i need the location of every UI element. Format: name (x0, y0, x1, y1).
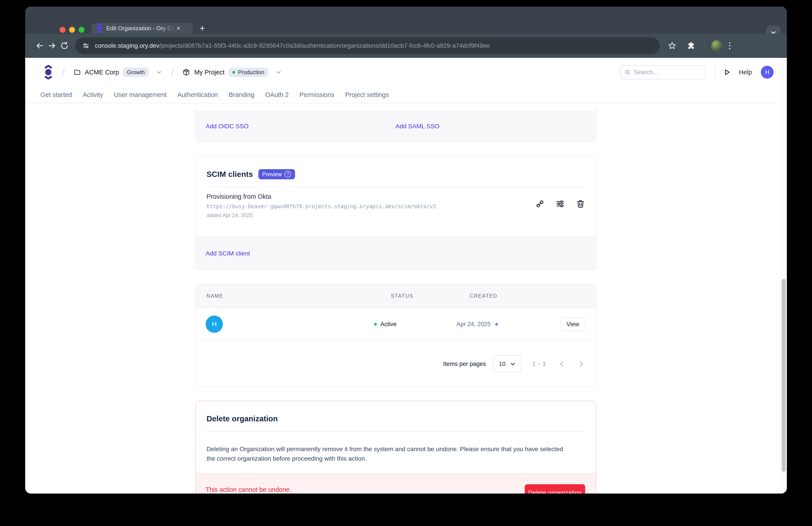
address-bar[interactable]: console.staging.ory.dev/projects/d087b7a… (75, 37, 660, 54)
nav-project-settings[interactable]: Project settings (345, 91, 389, 99)
delete-organization-card: Delete organization Deleting an Organiza… (195, 401, 596, 494)
created-dot (495, 323, 498, 326)
toolbar-divider (704, 41, 704, 51)
trash-icon[interactable] (576, 199, 585, 209)
scim-client-url: https://busy-beaver-gqwvd0fb79.projects.… (206, 203, 436, 210)
extensions-icon[interactable] (685, 40, 697, 52)
project-name: My Project (194, 69, 224, 76)
nav-get-started[interactable]: Get started (40, 91, 72, 99)
workspace-switcher[interactable]: ACME Corp Growth (73, 68, 162, 77)
search-icon (624, 69, 630, 76)
created-cell: Apr 24, 2025 (456, 321, 498, 328)
organization-table-card: NAME STATUS CREATED H Active Apr 24, 202… (195, 284, 596, 387)
browser-toolbar: console.staging.ory.dev/projects/d087b7a… (25, 33, 787, 58)
nav-authentication[interactable]: Authentication (177, 91, 218, 99)
reload-button[interactable] (58, 40, 71, 52)
page-range: 1 - 1 (532, 360, 546, 368)
new-tab-button[interactable]: + (200, 23, 205, 34)
ory-logo-icon[interactable] (43, 65, 54, 80)
browser-menu-icon[interactable] (729, 42, 730, 49)
add-scim-client-link[interactable]: Add SCIM client (206, 250, 250, 257)
scim-clients-card: SCIM clients Preview? Provisioning from … (195, 156, 596, 270)
workspace-name: ACME Corp (85, 69, 119, 76)
status-text: Active (380, 321, 397, 328)
forward-button[interactable] (46, 40, 58, 52)
add-oidc-sso-link[interactable]: Add OIDC SSO (206, 123, 249, 130)
delete-organization-button[interactable]: Delete organization (525, 484, 585, 494)
back-button[interactable] (33, 40, 46, 52)
project-env-badge: Production (228, 68, 268, 77)
url-path: /projects/d087b7a1-55f3-440c-a3c9-929564… (159, 42, 490, 49)
help-link[interactable]: Help (739, 69, 752, 76)
org-avatar: H (206, 315, 223, 333)
search-input[interactable] (634, 69, 702, 76)
tab-title: Edit Organization - Ory Conso (106, 25, 175, 32)
close-window-button[interactable] (60, 27, 66, 33)
user-avatar[interactable]: H (761, 66, 773, 79)
delete-organization-description: Deleting an Organization will permanentl… (196, 431, 578, 464)
project-switcher[interactable]: My Project Production (182, 68, 282, 77)
help-circle-icon: ? (285, 171, 291, 177)
add-saml-sso-link[interactable]: Add SAML SSO (395, 123, 439, 130)
column-header-status: STATUS (391, 293, 413, 299)
package-icon (182, 68, 190, 76)
site-settings-icon[interactable] (82, 42, 90, 50)
ory-console-app: / ACME Corp Growth / My Project Producti… (25, 58, 787, 494)
project-nav: Get started Activity User management Aut… (25, 87, 787, 103)
browser-profile-avatar[interactable] (711, 40, 722, 52)
nav-branding[interactable]: Branding (229, 91, 255, 99)
nav-user-management[interactable]: User management (114, 91, 166, 99)
status-cell: Active (374, 321, 397, 328)
view-button[interactable]: View (561, 317, 585, 331)
run-icon[interactable] (723, 69, 731, 76)
env-status-dot (232, 71, 235, 74)
sliders-icon[interactable] (555, 199, 565, 209)
previous-page-icon[interactable] (558, 360, 566, 368)
bookmark-star-icon[interactable] (666, 40, 678, 52)
traffic-lights (60, 27, 85, 33)
items-per-page-select[interactable]: 10 (493, 355, 522, 372)
table-row: H Active Apr 24, 2025 View (196, 308, 596, 341)
workspace-plan-badge: Growth (123, 68, 149, 77)
nav-permissions[interactable]: Permissions (300, 91, 334, 99)
ory-favicon-icon (96, 24, 103, 33)
nav-oauth2[interactable]: OAuth 2 (265, 91, 289, 99)
delete-organization-title: Delete organization (196, 401, 596, 431)
next-page-icon[interactable] (577, 360, 585, 368)
screenshot-stage: Edit Organization - Ory Conso × + (0, 0, 812, 526)
scim-card-footer: Add SCIM client (195, 237, 596, 270)
main-content: Add OIDC SSO Add SAML SSO SCIM clients P… (25, 103, 787, 494)
status-dot (374, 323, 377, 326)
search-box[interactable] (620, 65, 706, 79)
folder-icon (73, 69, 81, 76)
minimize-window-button[interactable] (69, 27, 75, 33)
tab-close-icon[interactable]: × (176, 25, 180, 32)
browser-window: Edit Organization - Ory Conso × + (25, 6, 787, 494)
page-scrollbar[interactable] (780, 58, 787, 494)
tab-strip: Edit Organization - Ory Conso × + (25, 6, 787, 33)
scim-client-name: Provisioning from Okta (206, 193, 436, 200)
danger-warning-text: This action cannot be undone. (206, 486, 291, 493)
column-header-created: CREATED (470, 293, 497, 299)
sso-card-footer: Add OIDC SSO Add SAML SSO (196, 111, 596, 141)
chevron-down-icon (156, 69, 162, 75)
url-domain: console.staging.ory.dev (95, 42, 159, 49)
created-date: Apr 24, 2025 (456, 321, 491, 328)
chevron-down-icon (275, 69, 282, 75)
preview-badge[interactable]: Preview? (258, 169, 295, 179)
breadcrumb-separator: / (171, 68, 174, 77)
url-text: console.staging.ory.dev/projects/d087b7a… (95, 42, 490, 49)
connector-icon[interactable] (535, 199, 545, 209)
header-divider (715, 67, 715, 78)
toolbar-right (666, 40, 730, 52)
breadcrumb-separator: / (62, 68, 64, 77)
sso-card: Add OIDC SSO Add SAML SSO (195, 103, 596, 142)
app-header: / ACME Corp Growth / My Project Producti… (25, 58, 787, 87)
browser-tab[interactable]: Edit Organization - Ory Conso × (91, 23, 193, 33)
header-right: Help H (620, 65, 773, 79)
scrollbar-thumb[interactable] (782, 279, 786, 472)
nav-activity[interactable]: Activity (83, 91, 103, 99)
table-header-row: NAME STATUS CREATED (196, 284, 596, 308)
chevron-down-icon (509, 360, 516, 367)
maximize-window-button[interactable] (78, 27, 85, 33)
